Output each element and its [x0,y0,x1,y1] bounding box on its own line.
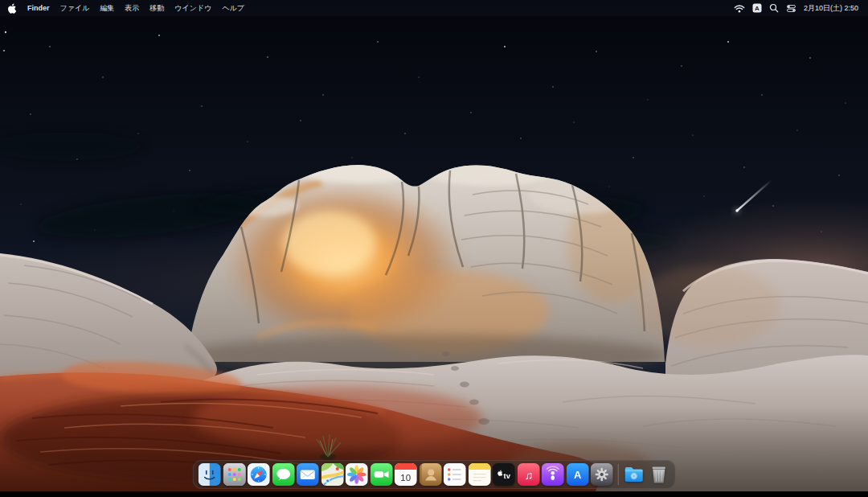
dock-item-music[interactable]: ♫ [517,463,539,486]
tv-label: tv [504,471,511,480]
dock-item-app-store[interactable]: A [566,463,588,486]
mail-icon [297,463,319,486]
apple-icon [8,3,17,14]
dock-divider [617,464,618,485]
menu-item-help[interactable]: ヘルプ [222,3,244,14]
spotlight-search[interactable] [769,3,779,13]
music-icon: ♫ [517,463,539,486]
dock-item-system-settings[interactable] [591,463,613,486]
menu-item-file[interactable]: ファイル [60,3,90,14]
app-store-letter: A [574,469,582,481]
app-store-icon: A [566,463,588,486]
music-note-glyph: ♫ [524,469,533,482]
letterbox-bottom [0,491,868,497]
dock: 10 tv [193,460,676,489]
app-menu-finder[interactable]: Finder [27,4,50,12]
menu-bar: Finder ファイル 編集 表示 移動 ウインドウ ヘルプ A [0,0,868,16]
dock-item-photos[interactable] [346,463,368,486]
messages-icon [272,463,294,486]
dock-item-messages[interactable] [272,463,294,486]
search-icon [769,3,779,13]
folder-icon [623,463,645,486]
input-source-menu[interactable]: A [752,3,762,13]
menu-item-edit[interactable]: 編集 [100,3,114,14]
wifi-icon [734,4,745,13]
podcasts-icon [542,463,564,486]
notes-icon [468,463,490,486]
dock-item-safari[interactable] [248,463,270,486]
dock-item-tv[interactable]: tv [493,463,515,486]
reminders-icon [444,463,466,486]
calendar-icon: 10 [395,463,417,486]
gear-icon [596,468,608,481]
desktop[interactable]: Finder ファイル 編集 表示 移動 ウインドウ ヘルプ A [0,0,868,497]
launchpad-icon [223,463,245,486]
safari-icon [248,463,270,486]
input-source-icon: A [752,3,762,13]
photos-icon [346,463,368,486]
menu-item-window[interactable]: ウインドウ [174,3,211,14]
dock-item-mail[interactable] [297,463,319,486]
maps-icon [321,463,343,486]
input-source-letter: A [755,5,760,12]
tv-icon: tv [493,463,515,486]
dock-item-maps[interactable] [321,463,343,486]
dock-item-launchpad[interactable] [223,463,245,486]
dock-item-finder[interactable] [199,463,221,486]
dock-item-trash[interactable] [647,463,669,486]
dock-item-folder[interactable] [623,463,645,486]
wallpaper [0,0,868,497]
finder-icon [199,463,221,486]
control-center-menu[interactable] [786,3,796,14]
wifi-status[interactable] [734,4,745,13]
menu-item-view[interactable]: 表示 [125,3,139,14]
dock-item-podcasts[interactable] [542,463,564,486]
dock-item-reminders[interactable] [444,463,466,486]
contacts-icon [419,463,441,486]
dock-item-notes[interactable] [468,463,490,486]
dock-item-facetime[interactable] [370,463,392,486]
facetime-icon [370,463,392,486]
dock-item-calendar[interactable]: 10 [395,463,417,486]
trash-icon [647,463,669,486]
dock-item-contacts[interactable] [419,463,441,486]
calendar-day: 10 [400,473,411,483]
control-center-icon [786,3,796,14]
system-settings-icon [591,463,613,486]
menu-bar-clock[interactable]: 2月10日(土) 2:50 [804,3,858,14]
apple-menu[interactable] [8,3,17,14]
menu-item-go[interactable]: 移動 [149,3,164,14]
